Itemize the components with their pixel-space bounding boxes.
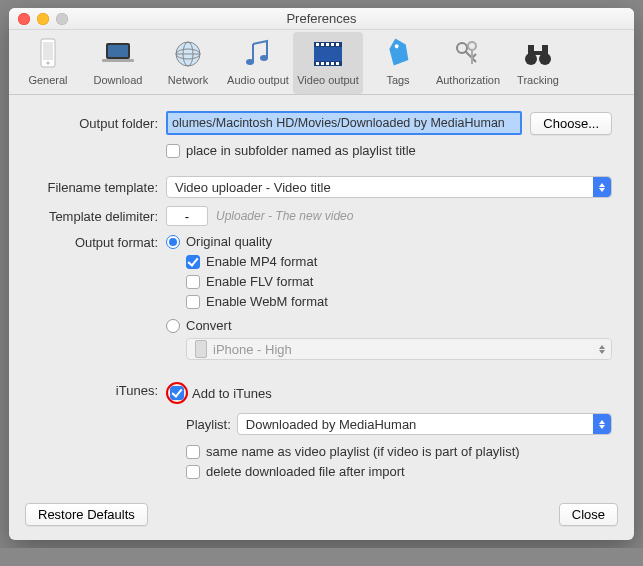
checkbox-label: Enable WebM format	[206, 294, 328, 309]
enable-flv-checkbox[interactable]: Enable FLV format	[186, 274, 612, 289]
checkbox-icon	[186, 275, 200, 289]
svg-rect-1	[43, 42, 53, 60]
preferences-window: Preferences General Download Network Aud…	[9, 8, 634, 540]
content-pane: Output folder: olumes/Macintosh HD/Movie…	[9, 95, 634, 495]
template-delimiter-input[interactable]	[166, 206, 208, 226]
enable-mp4-checkbox[interactable]: Enable MP4 format	[186, 254, 612, 269]
tab-label: Video output	[297, 74, 359, 86]
delete-after-import-checkbox[interactable]: delete downloaded file after import	[186, 464, 612, 479]
svg-rect-21	[321, 62, 324, 65]
convert-preset-select: iPhone - High	[186, 338, 612, 360]
tab-label: General	[28, 74, 67, 86]
preferences-toolbar: General Download Network Audio output Vi…	[9, 30, 634, 95]
titlebar: Preferences	[9, 8, 634, 30]
tab-label: Audio output	[227, 74, 289, 86]
select-value: Downloaded by MediaHuman	[246, 417, 417, 432]
checkbox-label: Enable MP4 format	[206, 254, 317, 269]
checkbox-icon	[186, 445, 200, 459]
svg-rect-16	[321, 43, 324, 46]
checkbox-label: Enable FLV format	[206, 274, 313, 289]
radio-icon	[166, 319, 180, 333]
chevron-updown-icon	[593, 414, 611, 434]
output-folder-field[interactable]: olumes/Macintosh HD/Movies/Downloaded by…	[166, 111, 522, 135]
template-delimiter-label: Template delimiter:	[31, 209, 166, 224]
same-name-checkbox[interactable]: same name as video playlist (if video is…	[186, 444, 612, 459]
laptop-icon	[98, 36, 138, 72]
svg-rect-23	[331, 62, 334, 65]
svg-rect-4	[108, 45, 128, 57]
svg-rect-17	[326, 43, 329, 46]
delimiter-hint: Uploader - The new video	[216, 209, 353, 223]
tab-tracking[interactable]: Tracking	[503, 32, 573, 94]
svg-rect-22	[326, 62, 329, 65]
svg-rect-20	[316, 62, 319, 65]
footer: Restore Defaults Close	[9, 495, 634, 540]
svg-rect-19	[336, 43, 339, 46]
radio-label: Convert	[186, 318, 232, 333]
tab-authorization[interactable]: Authorization	[433, 32, 503, 94]
add-to-itunes-checkbox[interactable]	[170, 386, 184, 400]
tab-label: Tracking	[517, 74, 559, 86]
chevron-updown-icon	[593, 177, 611, 197]
checkbox-icon	[186, 255, 200, 269]
enable-webm-checkbox[interactable]: Enable WebM format	[186, 294, 612, 309]
filename-template-select[interactable]: Video uploader - Video title	[166, 176, 612, 198]
tab-audio-output[interactable]: Audio output	[223, 32, 293, 94]
filename-template-label: Filename template:	[31, 180, 166, 195]
phone-icon	[28, 36, 68, 72]
tab-video-output[interactable]: Video output	[293, 32, 363, 94]
svg-point-11	[260, 55, 268, 61]
binoculars-icon	[518, 36, 558, 72]
tab-network[interactable]: Network	[153, 32, 223, 94]
playlist-select[interactable]: Downloaded by MediaHuman	[237, 413, 612, 435]
checkbox-label: place in subfolder named as playlist tit…	[186, 143, 416, 158]
restore-defaults-button[interactable]: Restore Defaults	[25, 503, 148, 526]
svg-rect-15	[316, 43, 319, 46]
checkbox-label: delete downloaded file after import	[206, 464, 405, 479]
select-value: iPhone - High	[213, 342, 292, 357]
svg-point-2	[47, 62, 50, 65]
tab-label: Download	[94, 74, 143, 86]
film-icon	[308, 36, 348, 72]
music-note-icon	[238, 36, 278, 72]
tab-label: Authorization	[436, 74, 500, 86]
itunes-label: iTunes:	[31, 382, 166, 398]
select-value: Video uploader - Video title	[175, 180, 331, 195]
tab-general[interactable]: General	[13, 32, 83, 94]
svg-rect-34	[542, 45, 548, 57]
checkbox-icon	[186, 465, 200, 479]
svg-point-10	[246, 59, 254, 65]
highlight-circle	[166, 382, 188, 404]
device-icon	[195, 340, 207, 358]
svg-rect-24	[336, 62, 339, 65]
svg-rect-35	[534, 51, 542, 55]
tab-tags[interactable]: Tags	[363, 32, 433, 94]
output-format-label: Output format:	[31, 234, 166, 250]
keys-icon	[448, 36, 488, 72]
svg-rect-18	[331, 43, 334, 46]
svg-point-29	[468, 42, 476, 50]
checkbox-icon	[186, 295, 200, 309]
choose-button[interactable]: Choose...	[530, 112, 612, 135]
checkbox-label: Add to iTunes	[192, 386, 272, 401]
svg-rect-5	[102, 59, 134, 62]
tab-label: Network	[168, 74, 208, 86]
tab-label: Tags	[386, 74, 409, 86]
radio-icon	[166, 235, 180, 249]
checkbox-label: same name as video playlist (if video is…	[206, 444, 520, 459]
tab-download[interactable]: Download	[83, 32, 153, 94]
convert-radio[interactable]: Convert	[166, 318, 612, 333]
svg-rect-33	[528, 45, 534, 57]
checkbox-icon	[166, 144, 180, 158]
window-title: Preferences	[9, 11, 634, 26]
playlist-label: Playlist:	[186, 417, 231, 432]
radio-label: Original quality	[186, 234, 272, 249]
close-button[interactable]: Close	[559, 503, 618, 526]
tag-icon	[378, 36, 418, 72]
globe-icon	[168, 36, 208, 72]
place-in-subfolder-checkbox[interactable]: place in subfolder named as playlist tit…	[166, 143, 416, 158]
output-folder-label: Output folder:	[31, 116, 166, 131]
original-quality-radio[interactable]: Original quality	[166, 234, 612, 249]
chevron-updown-icon	[593, 339, 611, 359]
